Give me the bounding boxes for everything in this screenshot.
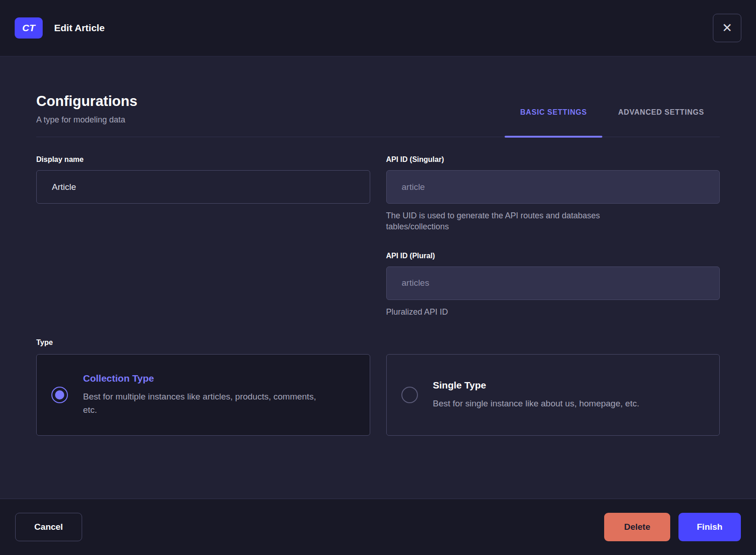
single-type-texts: Single Type Best for single instance lik… bbox=[433, 380, 639, 410]
delete-button[interactable]: Delete bbox=[604, 513, 670, 541]
configuration-form: Display name API ID (Singular) The UID i… bbox=[36, 155, 720, 317]
display-name-field-group: Display name bbox=[36, 155, 370, 233]
content-type-badge-icon: CT bbox=[15, 17, 43, 39]
page-subtitle: A type for modeling data bbox=[36, 115, 137, 125]
display-name-label: Display name bbox=[36, 155, 370, 164]
settings-tabs: BASIC SETTINGS ADVANCED SETTINGS bbox=[505, 108, 720, 137]
type-options: Collection Type Best for multiple instan… bbox=[36, 354, 720, 436]
tab-basic-settings[interactable]: BASIC SETTINGS bbox=[505, 108, 602, 137]
title-block: Configurations A type for modeling data bbox=[36, 93, 137, 137]
collection-type-texts: Collection Type Best for multiple instan… bbox=[83, 373, 322, 417]
api-id-plural-input bbox=[386, 266, 720, 300]
single-type-radio[interactable] bbox=[401, 387, 418, 403]
cancel-button[interactable]: Cancel bbox=[15, 513, 82, 541]
display-name-input[interactable] bbox=[36, 170, 370, 204]
api-id-singular-field-group: API ID (Singular) The UID is used to gen… bbox=[386, 155, 720, 233]
api-id-singular-label: API ID (Singular) bbox=[386, 155, 720, 164]
finish-button[interactable]: Finish bbox=[678, 513, 741, 541]
type-label: Type bbox=[36, 339, 720, 347]
collection-type-description: Best for multiple instances like article… bbox=[83, 390, 322, 417]
title-and-tabs-row: Configurations A type for modeling data … bbox=[36, 93, 720, 137]
api-id-plural-hint: Pluralized API ID bbox=[386, 306, 643, 317]
page-title: Configurations bbox=[36, 93, 137, 110]
single-type-description: Best for single instance like about us, … bbox=[433, 397, 639, 410]
tab-advanced-settings[interactable]: ADVANCED SETTINGS bbox=[602, 108, 720, 137]
modal-header: CT Edit Article ✕ bbox=[0, 0, 756, 56]
type-option-single[interactable]: Single Type Best for single instance lik… bbox=[386, 354, 720, 436]
type-section: Type Collection Type Best for multiple i… bbox=[36, 339, 720, 436]
modal-footer: Cancel Delete Finish bbox=[0, 499, 756, 555]
collection-type-title: Collection Type bbox=[83, 373, 322, 384]
api-id-plural-field-group: API ID (Plural) Pluralized API ID bbox=[386, 252, 720, 317]
collection-type-radio[interactable] bbox=[51, 387, 68, 403]
close-icon: ✕ bbox=[722, 22, 733, 34]
radio-selected-dot-icon bbox=[55, 390, 64, 400]
modal-body: Configurations A type for modeling data … bbox=[0, 56, 756, 499]
single-type-title: Single Type bbox=[433, 380, 639, 391]
api-id-singular-input bbox=[386, 170, 720, 204]
type-option-collection[interactable]: Collection Type Best for multiple instan… bbox=[36, 354, 370, 436]
api-id-singular-hint: The UID is used to generate the API rout… bbox=[386, 210, 643, 233]
modal-title: Edit Article bbox=[54, 22, 105, 33]
api-id-plural-label: API ID (Plural) bbox=[386, 252, 720, 260]
edit-content-type-modal: CT Edit Article ✕ Configurations A type … bbox=[0, 0, 756, 555]
close-button[interactable]: ✕ bbox=[713, 14, 741, 42]
